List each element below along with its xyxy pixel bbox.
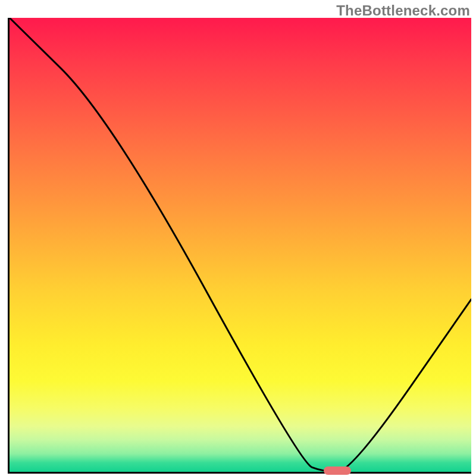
plot-area: [8, 18, 471, 474]
watermark-label: TheBottleneck.com: [336, 2, 470, 19]
optimal-range-marker: [324, 466, 352, 475]
bottleneck-curve: [10, 18, 471, 472]
chart-frame: TheBottleneck.com: [0, 0, 476, 476]
